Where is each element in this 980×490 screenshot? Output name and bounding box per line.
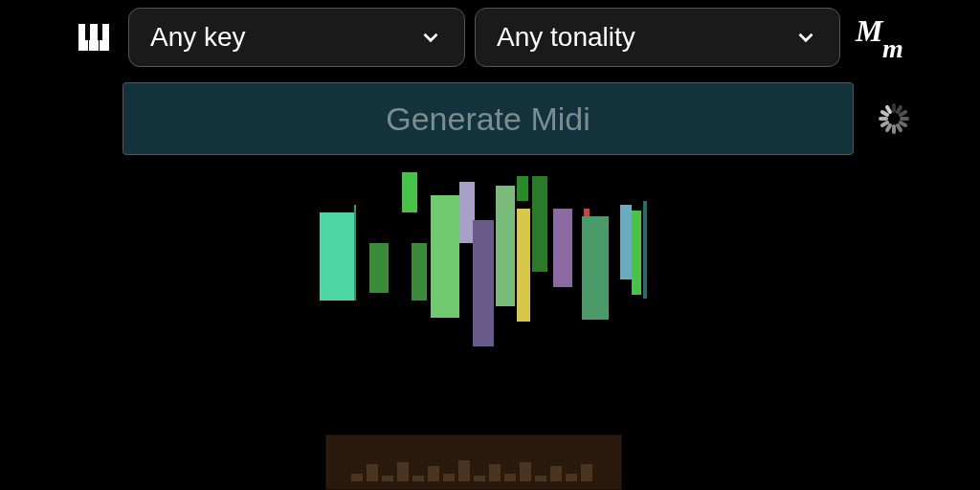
loading-spinner-icon <box>877 101 911 136</box>
top-controls-row: Any key Any tonality M m <box>0 8 980 67</box>
piano-icon <box>77 20 111 55</box>
midi-note-bar <box>354 205 356 301</box>
svg-rect-3 <box>88 24 89 51</box>
generate-row: Generate Midi <box>122 82 923 155</box>
svg-rect-4 <box>99 24 100 51</box>
mode-toggle[interactable]: M m <box>856 21 903 54</box>
midi-note-bar <box>496 186 515 306</box>
midi-note-bar <box>517 209 530 322</box>
chevron-down-icon <box>418 25 443 50</box>
chevron-down-icon <box>793 25 818 50</box>
midi-note-bar <box>620 205 632 279</box>
midi-note-bar <box>369 243 389 293</box>
svg-rect-0 <box>78 24 109 51</box>
midi-note-bar <box>320 212 354 301</box>
generate-midi-label: Generate Midi <box>386 100 590 138</box>
mode-minor-label: m <box>882 43 903 54</box>
midi-note-bar <box>632 211 641 295</box>
bottom-panel <box>325 434 622 490</box>
midi-note-bar <box>532 176 547 272</box>
midi-note-bar <box>553 209 572 287</box>
generate-midi-button[interactable]: Generate Midi <box>122 82 854 155</box>
midi-visualization <box>0 167 980 396</box>
key-dropdown[interactable]: Any key <box>128 8 465 67</box>
midi-note-bar <box>402 172 417 212</box>
svg-rect-1 <box>85 24 90 40</box>
midi-note-bar <box>412 243 427 301</box>
bottom-panel-bars <box>351 460 596 481</box>
midi-note-bar <box>582 216 609 320</box>
svg-rect-2 <box>98 24 102 40</box>
midi-note-bar <box>473 220 494 346</box>
midi-note-bar <box>517 176 528 201</box>
midi-note-bar <box>643 201 647 299</box>
midi-note-bar <box>584 209 590 216</box>
tonality-dropdown-label: Any tonality <box>497 22 635 53</box>
tonality-dropdown[interactable]: Any tonality <box>475 8 840 67</box>
midi-note-bar <box>431 195 459 318</box>
key-dropdown-label: Any key <box>150 22 246 53</box>
